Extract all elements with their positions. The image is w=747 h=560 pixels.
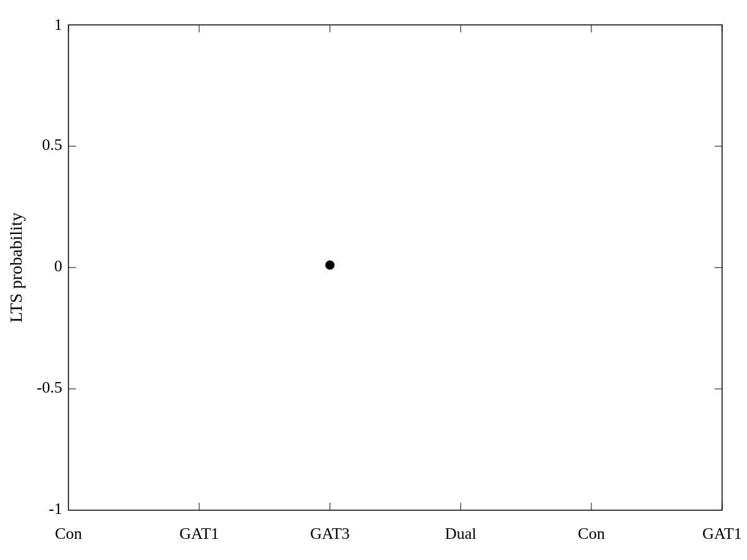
- x-label-dual: Dual: [445, 525, 477, 543]
- x-label-gat1-2: GAT1: [702, 525, 742, 543]
- y-tick-1: 1: [54, 16, 62, 34]
- y-tick-0.5: 0.5: [42, 136, 63, 154]
- chart-svg: 1 0.5 0 -0.5 -1 Con GAT1 GAT3 Dual Con G…: [0, 0, 747, 560]
- data-point-gat3: [326, 261, 334, 269]
- x-label-con1: Con: [55, 525, 82, 543]
- x-label-gat1-1: GAT1: [179, 525, 219, 543]
- plot-background: [68, 25, 722, 510]
- chart-container: 1 0.5 0 -0.5 -1 Con GAT1 GAT3 Dual Con G…: [0, 0, 747, 560]
- y-tick-neg0.5: -0.5: [37, 378, 62, 396]
- y-tick-0: 0: [54, 257, 62, 275]
- y-axis-label: LTS probability: [6, 212, 26, 322]
- x-label-gat3: GAT3: [310, 525, 350, 543]
- x-label-con2: Con: [578, 525, 604, 543]
- y-tick-neg1: -1: [49, 500, 62, 518]
